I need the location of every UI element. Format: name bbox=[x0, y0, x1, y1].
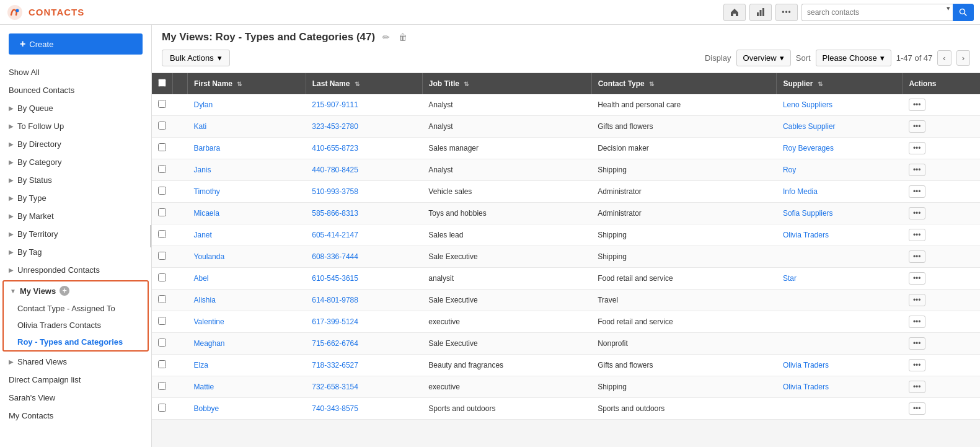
sidebar-item-show-all[interactable]: Show All bbox=[0, 63, 151, 81]
sidebar-item-by-queue[interactable]: ▶ By Queue bbox=[0, 99, 151, 117]
create-button[interactable]: + Create bbox=[9, 33, 143, 55]
th-job-title[interactable]: Job Title ⇅ bbox=[422, 73, 591, 94]
row-checkbox[interactable] bbox=[158, 339, 166, 347]
sidebar-item-my-contacts[interactable]: My Contacts bbox=[0, 407, 151, 425]
row-checkbox-cell[interactable] bbox=[152, 116, 173, 138]
row-actions-btn[interactable]: ••• bbox=[909, 185, 925, 198]
row-first-name[interactable]: Mattie bbox=[188, 376, 306, 398]
sidebar-item-by-type[interactable]: ▶ By Type bbox=[0, 189, 151, 207]
row-supplier[interactable]: Roy Beverages bbox=[777, 138, 903, 159]
sidebar-item-by-territory[interactable]: ▶ By Territory bbox=[0, 225, 151, 243]
sidebar-item-direct-campaign-list[interactable]: Direct Campaign list bbox=[0, 371, 151, 389]
row-actions-cell[interactable]: ••• bbox=[903, 224, 980, 246]
row-checkbox-cell[interactable] bbox=[152, 94, 173, 116]
analytics-icon-btn[interactable] bbox=[749, 4, 772, 21]
row-actions-btn[interactable]: ••• bbox=[909, 120, 925, 133]
row-supplier[interactable]: Info Media bbox=[777, 181, 903, 203]
bulk-actions-btn[interactable]: Bulk Actions ▾ bbox=[162, 50, 230, 66]
sidebar-collapse-handle[interactable]: ◀ bbox=[150, 225, 152, 247]
sort-dropdown-btn[interactable]: Please Choose ▾ bbox=[816, 50, 891, 66]
row-last-name[interactable]: 715-662-6764 bbox=[306, 333, 422, 355]
row-checkbox-cell[interactable] bbox=[152, 376, 173, 398]
sidebar-item-by-category[interactable]: ▶ By Category bbox=[0, 153, 151, 171]
row-checkbox[interactable] bbox=[158, 382, 166, 390]
row-actions-cell[interactable]: ••• bbox=[903, 246, 980, 268]
row-checkbox-cell[interactable] bbox=[152, 224, 173, 246]
select-all-checkbox[interactable] bbox=[158, 79, 166, 87]
row-actions-cell[interactable]: ••• bbox=[903, 138, 980, 159]
prev-page-btn[interactable]: ‹ bbox=[937, 50, 951, 66]
row-first-name[interactable]: Valentine bbox=[188, 311, 306, 333]
sidebar-item-sarahs-view[interactable]: Sarah's View bbox=[0, 389, 151, 407]
row-actions-btn[interactable]: ••• bbox=[909, 381, 925, 393]
th-last-name[interactable]: Last Name ⇅ bbox=[306, 73, 422, 94]
row-checkbox[interactable] bbox=[158, 230, 166, 238]
row-first-name[interactable]: Abel bbox=[188, 268, 306, 290]
row-actions-btn[interactable]: ••• bbox=[909, 164, 925, 176]
row-actions-cell[interactable]: ••• bbox=[903, 290, 980, 311]
row-last-name[interactable]: 610-545-3615 bbox=[306, 268, 422, 290]
row-first-name[interactable]: Elza bbox=[188, 355, 306, 376]
edit-view-btn[interactable]: ✏ bbox=[381, 31, 391, 43]
row-checkbox-cell[interactable] bbox=[152, 203, 173, 224]
next-page-btn[interactable]: › bbox=[956, 50, 970, 66]
row-actions-btn[interactable]: ••• bbox=[909, 359, 925, 371]
sidebar-item-by-market[interactable]: ▶ By Market bbox=[0, 207, 151, 225]
row-checkbox-cell[interactable] bbox=[152, 159, 173, 181]
row-last-name[interactable]: 510-993-3758 bbox=[306, 181, 422, 203]
row-actions-cell[interactable]: ••• bbox=[903, 311, 980, 333]
row-supplier[interactable]: Olivia Traders bbox=[777, 376, 903, 398]
row-actions-btn[interactable]: ••• bbox=[909, 294, 925, 306]
th-move[interactable] bbox=[173, 73, 188, 94]
row-actions-cell[interactable]: ••• bbox=[903, 159, 980, 181]
row-actions-btn[interactable]: ••• bbox=[909, 142, 925, 154]
more-options-icon-btn[interactable]: ••• bbox=[775, 4, 798, 21]
sidebar-item-by-tag[interactable]: ▶ By Tag bbox=[0, 243, 151, 261]
row-checkbox-cell[interactable] bbox=[152, 181, 173, 203]
row-first-name[interactable]: Youlanda bbox=[188, 246, 306, 268]
row-checkbox[interactable] bbox=[158, 252, 166, 260]
row-first-name[interactable]: Janet bbox=[188, 224, 306, 246]
row-last-name[interactable]: 614-801-9788 bbox=[306, 290, 422, 311]
row-supplier[interactable]: Olivia Traders bbox=[777, 224, 903, 246]
row-last-name[interactable]: 718-332-6527 bbox=[306, 355, 422, 376]
row-last-name[interactable]: 440-780-8425 bbox=[306, 159, 422, 181]
row-first-name[interactable]: Kati bbox=[188, 116, 306, 138]
row-checkbox-cell[interactable] bbox=[152, 246, 173, 268]
row-first-name[interactable]: Alishia bbox=[188, 290, 306, 311]
delete-view-btn[interactable]: 🗑 bbox=[397, 31, 408, 43]
sidebar-item-by-status[interactable]: ▶ By Status bbox=[0, 171, 151, 189]
th-supplier[interactable]: Supplier ⇅ bbox=[777, 73, 903, 94]
search-input[interactable] bbox=[801, 4, 944, 21]
display-dropdown-btn[interactable]: Overview ▾ bbox=[736, 50, 791, 66]
row-actions-btn[interactable]: ••• bbox=[909, 337, 925, 350]
row-checkbox[interactable] bbox=[158, 122, 166, 130]
row-checkbox[interactable] bbox=[158, 165, 166, 173]
row-checkbox[interactable] bbox=[158, 187, 166, 195]
row-checkbox[interactable] bbox=[158, 273, 166, 281]
row-actions-btn[interactable]: ••• bbox=[909, 99, 925, 111]
row-checkbox[interactable] bbox=[158, 100, 166, 108]
row-checkbox-cell[interactable] bbox=[152, 333, 173, 355]
row-last-name[interactable]: 585-866-8313 bbox=[306, 203, 422, 224]
row-supplier[interactable]: Cables Supplier bbox=[777, 116, 903, 138]
sidebar-item-by-directory[interactable]: ▶ By Directory bbox=[0, 135, 151, 153]
row-actions-btn[interactable]: ••• bbox=[909, 229, 925, 241]
row-last-name[interactable]: 605-414-2147 bbox=[306, 224, 422, 246]
row-first-name[interactable]: Dylan bbox=[188, 94, 306, 116]
row-supplier[interactable]: Leno Suppliers bbox=[777, 94, 903, 116]
sidebar-item-olivia-traders-contacts[interactable]: Olivia Traders Contacts bbox=[4, 317, 148, 334]
sidebar-item-shared-views[interactable]: ▶ Shared Views bbox=[0, 353, 151, 371]
row-supplier[interactable]: Star bbox=[777, 268, 903, 290]
row-checkbox[interactable] bbox=[158, 208, 166, 216]
row-actions-btn[interactable]: ••• bbox=[909, 316, 925, 328]
row-checkbox[interactable] bbox=[158, 317, 166, 325]
search-submit-btn[interactable] bbox=[953, 4, 974, 21]
row-first-name[interactable]: Meaghan bbox=[188, 333, 306, 355]
row-actions-cell[interactable]: ••• bbox=[903, 203, 980, 224]
row-actions-cell[interactable]: ••• bbox=[903, 268, 980, 290]
row-actions-cell[interactable]: ••• bbox=[903, 181, 980, 203]
row-checkbox[interactable] bbox=[158, 295, 166, 303]
row-actions-cell[interactable]: ••• bbox=[903, 376, 980, 398]
row-actions-btn[interactable]: ••• bbox=[909, 272, 925, 285]
